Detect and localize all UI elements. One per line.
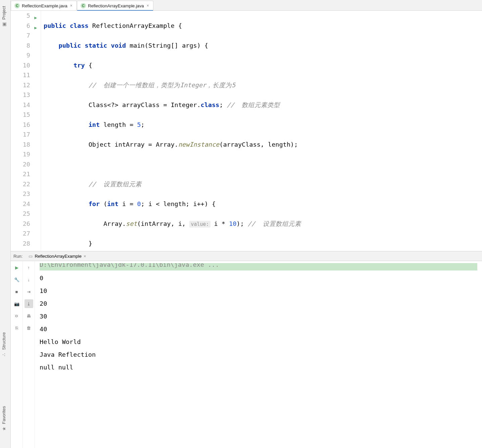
line-number: 25 xyxy=(11,209,30,219)
print-button[interactable]: 🖶 xyxy=(25,311,33,320)
console-line: Hello World xyxy=(40,336,477,348)
line-number: 28 xyxy=(11,239,30,249)
scroll-to-end-button[interactable]: ⤓ xyxy=(25,299,33,308)
code-line[interactable] xyxy=(44,159,482,169)
run-panel-title: Run: xyxy=(13,254,22,259)
down-button[interactable]: ↓ xyxy=(25,275,33,284)
code-line[interactable]: public static void main(String[] args) { xyxy=(44,41,482,51)
rail-tab-label: Structure xyxy=(1,332,6,350)
structure-icon: ⛬ xyxy=(1,352,7,357)
code-editor[interactable]: 5▶6▶789101112131415161718192021222324252… xyxy=(11,11,482,251)
star-icon: ★ xyxy=(1,427,7,431)
line-number: 6▶ xyxy=(11,21,30,31)
code-area[interactable]: public class ReflectionArrayExample { pu… xyxy=(41,11,482,251)
run-panel-body: ▶ 🔧 ■ 📷 ⛭ ⎘ ↑ ↓ ⇥ ⤓ 🖶 🗑 D:\Environment\j… xyxy=(11,261,482,448)
tab-label: ReflectionArrayExample.java xyxy=(88,3,144,8)
line-number: 12 xyxy=(11,80,30,90)
console-line: 20 xyxy=(40,297,477,310)
wrench-button[interactable]: 🔧 xyxy=(12,275,21,284)
line-number: 18 xyxy=(11,140,30,150)
console-line: 30 xyxy=(40,310,477,323)
code-line[interactable]: int length = 5; xyxy=(44,120,482,130)
rail-tab-project[interactable]: ▣ Project xyxy=(0,3,8,30)
line-number: 21 xyxy=(11,169,30,179)
editor-tab-reflection-array-example[interactable]: C ReflectionArrayExample.java × xyxy=(77,1,153,10)
line-number: 27 xyxy=(11,229,30,239)
rerun-button[interactable]: ▶ xyxy=(12,263,21,272)
java-class-icon: C xyxy=(14,3,20,8)
close-icon[interactable]: × xyxy=(84,254,86,259)
code-line[interactable]: // 设置数组元素 xyxy=(44,179,482,189)
rail-tab-label: Favorites xyxy=(1,406,6,424)
console-line: 0 xyxy=(40,272,477,285)
line-number: 8 xyxy=(11,41,30,51)
stop-button[interactable]: ■ xyxy=(12,287,21,296)
console-line: Java Reflection xyxy=(40,348,477,361)
line-number: 26 xyxy=(11,219,30,229)
debug-settings-button[interactable]: ⛭ xyxy=(12,311,21,320)
console-line: 10 xyxy=(40,285,477,297)
code-line[interactable]: public class ReflectionArrayExample { xyxy=(44,21,482,31)
code-line[interactable]: Array.set(intArray, i, value: i * 10); /… xyxy=(44,219,482,229)
run-config-label: ReflectionArrayExample xyxy=(35,254,81,259)
line-number: 7 xyxy=(11,31,30,41)
line-number: 20 xyxy=(11,159,30,169)
code-line[interactable]: } xyxy=(44,239,482,249)
console-line: null null xyxy=(40,361,477,374)
close-icon[interactable]: × xyxy=(69,3,73,8)
line-number: 5▶ xyxy=(11,11,30,21)
exit-button[interactable]: ⎘ xyxy=(12,323,21,332)
line-number: 14 xyxy=(11,100,30,110)
tab-label: ReflectionExample.java xyxy=(22,3,67,8)
line-number: 17 xyxy=(11,130,30,140)
rail-tab-structure[interactable]: ⛬ Structure xyxy=(0,329,8,361)
code-line[interactable]: for (int i = 0; i < length; i++) { xyxy=(44,199,482,209)
close-icon[interactable]: × xyxy=(146,3,150,8)
code-line[interactable]: Object intArray = Array.newInstance(arra… xyxy=(44,140,482,150)
line-number: 22 xyxy=(11,179,30,189)
run-toolbar-primary: ▶ 🔧 ■ 📷 ⛭ ⎘ xyxy=(11,261,23,448)
run-config-icon: ▭ xyxy=(29,254,33,259)
run-gutter-icon[interactable]: ▶ xyxy=(34,23,37,33)
line-number: 19 xyxy=(11,149,30,159)
run-config-tab[interactable]: ▭ ReflectionArrayExample × xyxy=(26,252,89,260)
folder-icon: ▣ xyxy=(1,22,7,27)
line-number: 16 xyxy=(11,120,30,130)
code-line[interactable]: // 创建一个一维数组，类型为Integer，长度为5 xyxy=(44,80,482,90)
line-number-gutter: 5▶6▶789101112131415161718192021222324252… xyxy=(11,11,34,251)
left-tool-rail: ▣ Project ⛬ Structure ★ Favorites xyxy=(0,0,11,448)
rail-tab-label: Project xyxy=(1,6,6,19)
line-number: 10 xyxy=(11,60,30,70)
code-line[interactable]: Class<?> arrayClass = Integer.class; // … xyxy=(44,100,482,110)
code-line[interactable]: try { xyxy=(44,60,482,70)
fold-column[interactable] xyxy=(34,11,41,251)
run-gutter-icon[interactable]: ▶ xyxy=(34,13,37,23)
console-line: 40 xyxy=(40,323,477,336)
editor-tab-reflection-example[interactable]: C ReflectionExample.java × xyxy=(11,1,77,10)
line-number: 23 xyxy=(11,189,30,199)
console-command-line: D:\Environment\java\jdk-17.0.11\bin\java… xyxy=(40,263,477,270)
console-output[interactable]: D:\Environment\java\jdk-17.0.11\bin\java… xyxy=(35,261,482,448)
soft-wrap-button[interactable]: ⇥ xyxy=(25,287,33,296)
dump-button[interactable]: 📷 xyxy=(12,299,21,308)
line-number: 11 xyxy=(11,70,30,80)
run-toolbar-secondary: ↑ ↓ ⇥ ⤓ 🖶 🗑 xyxy=(23,261,35,448)
editor-tabs-bar: C ReflectionExample.java × C ReflectionA… xyxy=(11,0,482,11)
up-button[interactable]: ↑ xyxy=(25,263,33,272)
clear-all-button[interactable]: 🗑 xyxy=(25,323,33,332)
run-panel-header: Run: ▭ ReflectionArrayExample × xyxy=(11,251,482,261)
java-class-icon: C xyxy=(81,3,86,8)
parameter-hint: value: xyxy=(189,221,210,228)
line-number: 9 xyxy=(11,50,30,60)
line-number: 15 xyxy=(11,110,30,120)
line-number: 24 xyxy=(11,199,30,209)
rail-tab-favorites[interactable]: ★ Favorites xyxy=(0,403,8,435)
line-number: 13 xyxy=(11,90,30,100)
